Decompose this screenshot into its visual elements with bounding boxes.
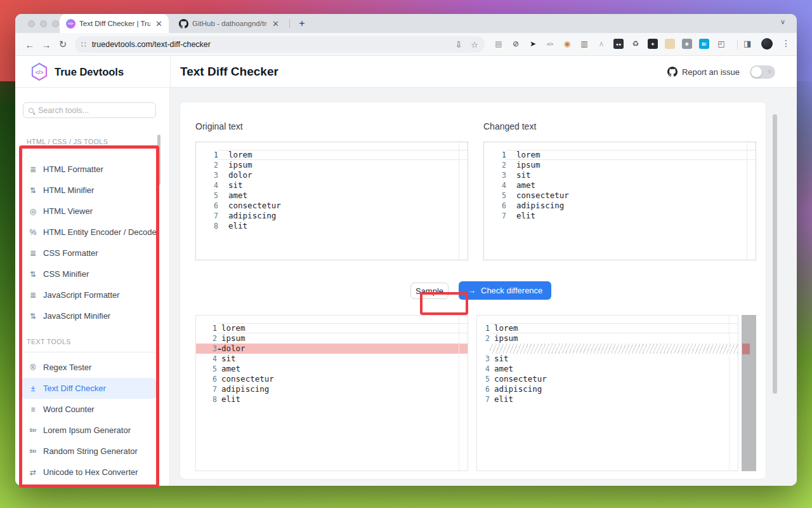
sidebar-item-lorem-ipsum-generator[interactable]: StrLorem Ipsum Generator <box>20 420 157 441</box>
sidebar-section-text-tools: TEXT TOOLS®Regex Tester±Text Diff Checke… <box>15 338 169 483</box>
sidebar-item-regex-tester[interactable]: ®Regex Tester <box>20 357 157 378</box>
tool-card: Original text Changed text 1lorem2ipsum3… <box>180 102 766 479</box>
address-bar[interactable]: ∷ truedevtools.com/text-diff-checker ⇩☆ <box>75 36 485 53</box>
reload-icon[interactable]: ↻ <box>56 37 70 51</box>
close-window-button[interactable] <box>28 20 35 27</box>
ext-recycle-icon[interactable]: ♻ <box>631 39 641 49</box>
sidebar-item-text-diff-checker[interactable]: ±Text Diff Checker <box>20 378 157 399</box>
sidebar-item-html-viewer[interactable]: ◎HTML Viewer <box>20 201 157 222</box>
toggle-knob <box>751 67 762 77</box>
line-number: 6 <box>477 384 490 394</box>
line-text: lorem <box>221 324 246 333</box>
search-box[interactable] <box>23 102 156 118</box>
tab-search-chevron-icon[interactable]: ∨ <box>780 18 785 26</box>
browser-menu-icon[interactable]: ⋮ <box>782 38 790 48</box>
diff-pane-right[interactable]: 1lorem2ipsum3sit4amet5consectetur6adipis… <box>476 315 738 471</box>
ext-pin-icon[interactable]: ➤ <box>528 39 538 49</box>
sidebar-item-javascript-minifier[interactable]: ⇅JavaScript Minifier <box>20 305 157 326</box>
line-text: elit <box>516 211 535 220</box>
github-favicon <box>179 19 188 29</box>
line-text: elit <box>494 395 513 404</box>
check-difference-button[interactable]: → Check difference <box>459 281 551 300</box>
diff-line: 5consectetur <box>477 374 738 384</box>
code-line: 3dolor <box>196 170 468 180</box>
sidebar-item-javascript-formatter[interactable]: ≣JavaScript Formatter <box>20 284 157 305</box>
search-input[interactable] <box>38 106 150 115</box>
back-icon[interactable]: ← <box>23 37 37 51</box>
zoom-window-button[interactable] <box>52 20 59 27</box>
bookmark-star-icon[interactable]: ☆ <box>471 40 478 50</box>
new-tab-button[interactable]: + <box>294 16 310 31</box>
tab-close-icon[interactable]: ✕ <box>154 20 164 28</box>
ext-trash-icon[interactable]: ▥ <box>579 39 589 49</box>
sample-button[interactable]: Sample <box>410 283 449 299</box>
sidebar-item-html-formatter[interactable]: ≣HTML Formatter <box>20 159 157 180</box>
line-text: elit <box>228 222 247 231</box>
changed-text-editor[interactable]: 1lorem2ipsum3sit4amet5consectetur6adipis… <box>483 142 756 260</box>
sidebar-item-css-minifier[interactable]: ⇅CSS Minifier <box>20 264 157 284</box>
sidebar-item-label: HTML Formatter <box>43 164 103 174</box>
sidebar-item-label: JavaScript Formatter <box>43 290 120 300</box>
sidebar-item-word-counter[interactable]: ≡Word Counter <box>20 399 157 420</box>
ext-caret-icon[interactable]: ∧ <box>596 39 606 49</box>
ext-tampermonkey-icon[interactable]: ◉ <box>562 39 572 49</box>
tab-close-icon[interactable]: ✕ <box>271 20 280 28</box>
ext-dark-square-icon[interactable]: ✦ <box>648 39 658 49</box>
page-scrollbar[interactable] <box>773 114 777 394</box>
sidebar-item-random-string-generator[interactable]: StrRandom String Generator <box>20 441 157 462</box>
code-line: 2ipsum <box>484 160 756 170</box>
truedevtools-logo-icon: </> <box>30 62 48 81</box>
profile-avatar[interactable] <box>761 38 773 50</box>
forward-icon[interactable]: → <box>39 37 53 51</box>
code-line: 7adipiscing <box>196 211 468 221</box>
line-text: lorem <box>516 150 540 159</box>
diff-minimap[interactable] <box>742 315 756 471</box>
tab-text-diff-checker[interactable]: </> Text Diff Checker | True Devtools ✕ <box>60 14 169 33</box>
side-panel-icon[interactable]: ◨ <box>743 39 751 48</box>
tab-strip: </> Text Diff Checker | True Devtools ✕ … <box>15 14 797 33</box>
ext-code-icon[interactable]: </> <box>545 39 555 49</box>
format-list-icon: ≣ <box>28 291 38 300</box>
code-line: 3sit <box>484 170 756 180</box>
theme-toggle[interactable]: ☼ <box>750 65 775 79</box>
sidebar-item-label: Lorem Ipsum Generator <box>43 425 131 435</box>
sidebar-sections: HTML / CSS / JS TOOLS≣HTML Formatter⇅HTM… <box>15 135 169 483</box>
sidebar-item-html-entity-encoder-decoder[interactable]: %HTML Entity Encoder / Decoder <box>20 222 157 243</box>
ext-blocker-icon[interactable]: ⊘ <box>511 39 521 49</box>
minimize-window-button[interactable] <box>40 20 47 27</box>
line-number: 7 <box>196 211 218 221</box>
hatched-fill <box>490 344 738 354</box>
diff-line: 4sit <box>196 354 468 364</box>
report-issue-link[interactable]: Report an issue <box>667 67 740 77</box>
code-line: 7elit <box>484 211 756 221</box>
ext-octoface-icon[interactable]: ●● <box>613 39 624 49</box>
line-text: lorem <box>228 150 252 159</box>
diff-line: 1lorem <box>477 323 738 333</box>
send-to-devices-icon[interactable]: ⇩ <box>455 40 462 50</box>
line-number: 1 <box>196 323 217 333</box>
tools-sidebar: HTML / CSS / JS TOOLS≣HTML Formatter⇅HTM… <box>15 88 170 486</box>
sidebar-item-css-formatter[interactable]: ≣CSS Formatter <box>20 243 157 264</box>
traffic-lights <box>28 20 59 27</box>
browser-toolbar: ← → ↻ ∷ truedevtools.com/text-diff-check… <box>15 33 797 56</box>
line-number: 2 <box>196 333 217 344</box>
sidebar-item-unicode-to-hex-converter[interactable]: ⇄Unicode to Hex Converter <box>20 462 157 483</box>
extensions-puzzle-icon[interactable]: ◰ <box>716 39 726 49</box>
brand-logo-group[interactable]: </> True Devtools <box>30 56 124 88</box>
ext-reader-icon[interactable]: ▤ <box>494 39 504 49</box>
sun-icon: ☼ <box>767 67 773 74</box>
tab-github[interactable]: GitHub - dathoangnd/truedevtools ✕ <box>173 14 285 33</box>
original-text-editor[interactable]: 1lorem2ipsum3dolor4sit5amet6consectetur7… <box>195 142 468 260</box>
line-number: 5 <box>196 364 217 374</box>
sidebar-item-html-minifier[interactable]: ⇅HTML Minifier <box>20 180 157 201</box>
sidebar-item-label: Text Diff Checker <box>43 384 106 393</box>
site-settings-icon[interactable]: ∷ <box>81 40 87 49</box>
registered-icon: ® <box>28 363 38 372</box>
ext-hatena-icon[interactable]: B! <box>699 39 709 49</box>
ext-add-comment-icon[interactable]: ✚ <box>682 39 692 49</box>
line-text: amet <box>516 181 535 190</box>
diff-pane-left[interactable]: 1lorem2ipsum3-dolor4sit5amet6consectetur… <box>195 315 468 471</box>
line-text: sit <box>228 181 243 190</box>
line-number: 3 <box>484 170 506 180</box>
ext-notes-square-icon[interactable] <box>665 39 675 49</box>
